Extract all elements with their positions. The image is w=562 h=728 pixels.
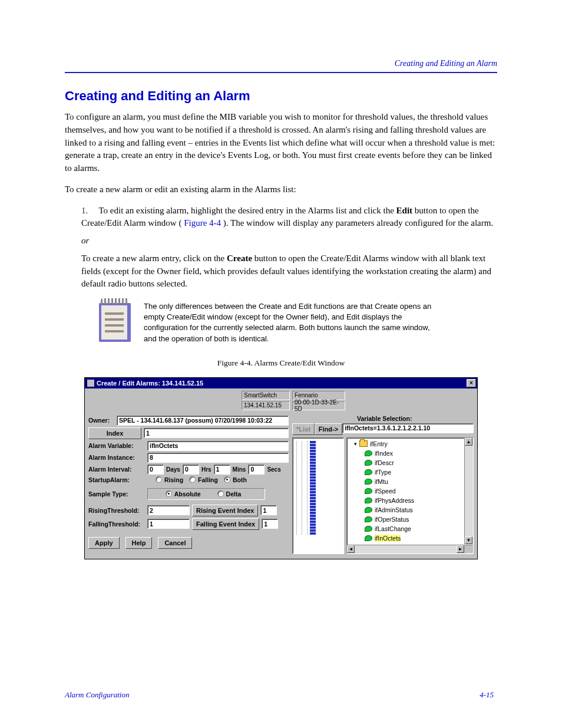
leaf-icon [365,479,372,485]
step-text: To create a new alarm entry, click on th… [81,253,227,263]
leaf-icon [365,450,372,456]
tree-leaf[interactable]: ifOperStatus [365,515,473,524]
leaf-icon [365,488,372,494]
startup-rising-radio[interactable]: Rising [156,476,183,483]
hrs-unit: Hrs [201,466,211,473]
leaf-icon [365,460,372,466]
index-input[interactable]: 1 [144,428,289,438]
leaf-icon [365,507,372,513]
scroll-down-icon[interactable]: ▼ [465,536,472,544]
secs-input[interactable]: 0 [248,465,265,475]
variable-selection-label: Variable Selection: [357,415,474,422]
leaf-icon [365,535,372,541]
startup-label: StartupAlarm: [88,476,145,483]
divider [65,72,497,73]
variable-label: Alarm Variable: [88,442,145,449]
horizontal-scrollbar[interactable]: ◄ ► [347,545,473,554]
figure-ref: Figure 4-4 [184,218,221,228]
interval-label: Alarm Interval: [88,466,145,473]
falling-input[interactable]: 1 [147,519,190,529]
tree-leaf[interactable]: ifIndex [365,449,473,458]
close-icon[interactable]: × [467,379,476,387]
cancel-button[interactable]: Cancel [158,537,192,549]
rising-input[interactable]: 2 [147,505,190,515]
create-ref: Create [227,253,252,263]
falling-event-label: Falling Event Index [192,518,259,530]
paragraph: To configure an alarm, you must define t… [65,111,497,175]
sample-group: Absolute Delta [147,488,265,500]
mins-unit: Mins [233,466,246,473]
leaf-list-pane[interactable]: ▾ifEntryifIndexifDescrifTypeifMtuifSpeed… [346,437,474,554]
help-button[interactable]: Help [125,537,153,549]
sample-label: Sample Type: [88,490,145,498]
figure-caption: Figure 4-4. Alarms Create/Edit Window [65,358,497,368]
leaf-icon [365,516,372,522]
notepad-icon [99,303,131,342]
index-button[interactable]: Index [88,427,141,439]
falling-event-input[interactable]: 1 [262,519,278,529]
step-or: or [81,236,89,245]
list-button[interactable]: *List [292,423,315,435]
tree-leaf[interactable]: ifMtu [365,477,473,486]
footer-left: Alarm Configuration [65,690,129,700]
instance-label: Alarm Instance: [88,454,145,461]
sample-absolute-radio[interactable]: Absolute [166,490,201,498]
tree-leaf[interactable]: ifInOctets [365,533,473,543]
note-text: The only differences between the Create … [144,301,438,344]
titlebar: Create / Edit Alarms: 134.141.52.15 × [85,378,477,388]
mib-tree-pane[interactable] [292,437,344,554]
secs-unit: Secs [267,466,280,473]
scroll-up-icon[interactable]: ▲ [465,438,472,446]
leaf-icon [365,526,372,532]
oid-input[interactable]: ifInOctets=1.3.6.1.2.1.2.2.1.10 [342,423,474,433]
vertical-scrollbar[interactable]: ▲ ▼ [464,438,473,544]
owner-label: Owner: [88,417,114,424]
instance-input[interactable]: 8 [147,453,289,463]
rising-label: RisingThreshold: [88,507,145,514]
tree-leaf[interactable]: ifPhysAddress [365,496,473,505]
edit-ref: Edit [396,206,413,215]
scroll-right-icon[interactable]: ► [457,545,464,553]
tree-leaf[interactable]: ifType [365,467,473,477]
falling-label: FallingThreshold: [88,521,145,528]
sysmenu-icon[interactable] [87,380,94,387]
find-button[interactable]: Find-> [315,423,342,435]
step-1: 1. To edit an existing alarm, highlight … [81,205,497,291]
days-unit: Days [166,466,180,473]
device-ip: 134.141.52.15 [242,401,290,410]
days-input[interactable]: 0 [147,465,164,475]
scroll-left-icon[interactable]: ◄ [347,545,355,553]
leaf-icon [365,498,372,503]
dialog: Create / Edit Alarms: 134.141.52.15 × Sm… [84,377,478,559]
rising-event-input[interactable]: 1 [260,505,277,515]
tree-leaf[interactable]: ifSpeed [365,486,473,496]
section-header: Creating and Editing an Alarm [65,59,497,68]
note: The only differences between the Create … [99,301,497,344]
tree-folder[interactable]: ▾ifEntry [354,439,473,449]
leaf-icon [365,469,372,475]
paragraph: To create a new alarm or edit an existin… [65,183,497,196]
tree-leaf[interactable]: ifAdminStatus [365,505,473,515]
tree-leaf[interactable]: ifDescr [365,458,473,467]
tree-leaf[interactable]: ifLastChange [365,524,473,533]
page-number: 4-15 [480,690,494,700]
device-type: SmartSwitch [242,391,290,400]
device-mac: 00-00-1D-33-2E-5D [292,401,345,410]
dialog-title: Create / Edit Alarms: 134.141.52.15 [97,380,203,387]
hrs-input[interactable]: 0 [183,465,199,475]
variable-input[interactable]: ifInOctets [147,441,289,451]
sample-delta-radio[interactable]: Delta [217,490,242,498]
step-text: To edit an existing alarm, highlight the… [98,206,396,215]
owner-input[interactable]: SPEL - 134.141.68.137 (possum) 07/20/199… [117,416,289,426]
apply-button[interactable]: Apply [88,537,120,549]
folder-icon [359,440,368,447]
mins-input[interactable]: 1 [214,465,230,475]
heading: Creating and Editing an Alarm [65,88,497,104]
startup-falling-radio[interactable]: Falling [189,476,218,483]
rising-event-label: Rising Event Index [192,505,258,516]
startup-both-radio[interactable]: Both [224,476,247,483]
step-text: ). The window will display any parameter… [223,218,493,228]
